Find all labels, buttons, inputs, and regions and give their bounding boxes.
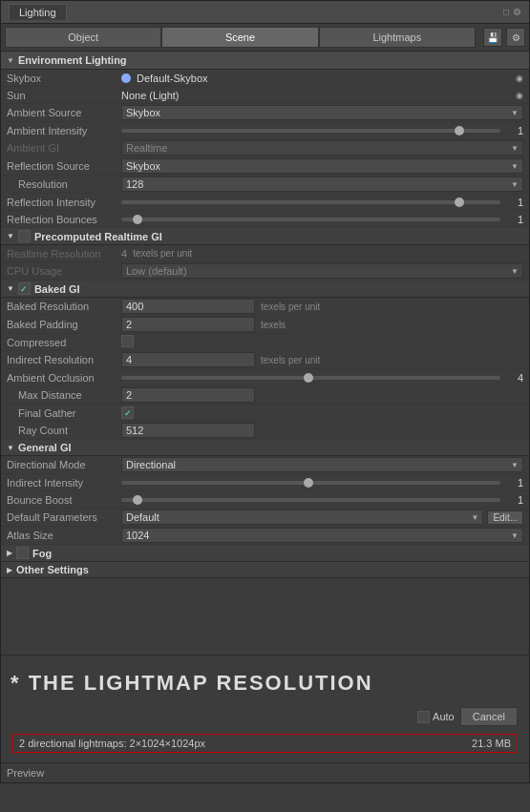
environment-section-header[interactable]: ▼ Environment Lighting bbox=[1, 52, 529, 70]
save-icon[interactable]: 💾 bbox=[483, 28, 502, 47]
auto-checkbox[interactable] bbox=[417, 711, 430, 723]
reflection-source-dropdown-arrow-icon: ▼ bbox=[511, 162, 519, 171]
ambient-occlusion-slider[interactable] bbox=[121, 376, 500, 380]
baked-arrow-icon: ▼ bbox=[7, 284, 14, 293]
bounce-boost-thumb[interactable] bbox=[133, 495, 142, 505]
indirect-intensity-thumb[interactable] bbox=[304, 478, 313, 488]
reflection-bounces-thumb[interactable] bbox=[133, 215, 142, 224]
atlas-size-dropdown[interactable]: 1024 ▼ bbox=[121, 528, 523, 543]
precomputed-section-header[interactable]: ▼ Precomputed Realtime GI bbox=[1, 228, 529, 245]
reflection-bounces-slider[interactable] bbox=[121, 218, 500, 221]
max-distance-input[interactable] bbox=[121, 387, 255, 403]
realtime-resolution-row: Realtime Resolution 4 texels per unit bbox=[1, 245, 529, 262]
ambient-gi-label: Ambient GI bbox=[7, 142, 121, 154]
cancel-button[interactable]: Cancel bbox=[460, 707, 518, 726]
directional-mode-row: Directional Mode Directional ▼ bbox=[1, 456, 529, 474]
ray-count-label: Ray Count bbox=[7, 425, 121, 436]
ambient-source-value: Skybox bbox=[126, 107, 160, 118]
skybox-dropdown-arrow[interactable]: ◉ bbox=[516, 73, 523, 83]
ambient-occlusion-label: Ambient Occlusion bbox=[7, 372, 121, 384]
baked-resolution-input[interactable] bbox=[121, 299, 255, 314]
default-parameters-dropdown[interactable]: Default ▼ bbox=[121, 510, 483, 525]
baked-checkbox[interactable] bbox=[18, 282, 31, 295]
cpu-usage-dropdown[interactable]: Low (default) ▼ bbox=[121, 263, 523, 279]
general-gi-section-header[interactable]: ▼ General GI bbox=[1, 440, 529, 456]
ray-count-input[interactable] bbox=[121, 423, 255, 438]
compressed-label: Compressed bbox=[7, 337, 121, 348]
sun-dropdown-arrow[interactable]: ◉ bbox=[516, 91, 523, 100]
indirect-resolution-unit: texels per unit bbox=[261, 355, 320, 365]
reflection-source-label: Reflection Source bbox=[7, 160, 121, 172]
reflection-intensity-thumb[interactable] bbox=[455, 198, 464, 207]
compressed-checkbox[interactable] bbox=[121, 335, 134, 347]
restore-icon[interactable]: □ bbox=[503, 7, 509, 17]
content-area: ▼ Environment Lighting Skybox Default-Sk… bbox=[1, 52, 529, 782]
tab-lightmaps[interactable]: Lightmaps bbox=[319, 27, 476, 48]
ambient-intensity-value: 1 bbox=[504, 125, 523, 136]
reflection-source-dropdown[interactable]: Skybox ▼ bbox=[121, 158, 523, 174]
cpu-usage-row: CPU Usage Low (default) ▼ bbox=[1, 262, 529, 281]
atlas-size-row: Atlas Size 1024 ▼ bbox=[1, 527, 529, 545]
ambient-occlusion-row: Ambient Occlusion 4 bbox=[1, 369, 529, 386]
bottom-section: * THE LIGHTMAP RESOLUTION Auto Cancel 2 … bbox=[1, 655, 529, 762]
final-gather-checkbox[interactable] bbox=[121, 406, 134, 419]
preview-text: Preview bbox=[7, 767, 44, 779]
info-bar: 2 directional lightmaps: 2×1024×1024px 2… bbox=[12, 734, 518, 753]
compressed-row: Compressed bbox=[1, 334, 529, 351]
indirect-intensity-row: Indirect Intensity 1 bbox=[1, 474, 529, 491]
baked-section-title: Baked GI bbox=[34, 283, 80, 295]
ambient-gi-value: Realtime bbox=[126, 142, 167, 154]
indirect-resolution-input[interactable] bbox=[121, 352, 255, 367]
ambient-gi-dropdown-arrow-icon: ▼ bbox=[511, 144, 519, 153]
resolution-row: Resolution 128 ▼ bbox=[1, 176, 529, 194]
fog-section-header[interactable]: ▶ Fog bbox=[1, 545, 529, 562]
settings-icon[interactable]: ⚙ bbox=[513, 7, 521, 17]
fog-checkbox[interactable] bbox=[16, 547, 29, 559]
ambient-gi-row: Ambient GI Realtime ▼ bbox=[1, 139, 529, 157]
directional-mode-dropdown-arrow-icon: ▼ bbox=[511, 461, 519, 469]
max-distance-row: Max Distance bbox=[1, 386, 529, 405]
precomputed-checkbox[interactable] bbox=[18, 230, 31, 242]
cpu-usage-dropdown-arrow-icon: ▼ bbox=[511, 267, 519, 276]
baked-resolution-unit: texels per unit bbox=[261, 302, 320, 312]
baked-padding-label: Baked Padding bbox=[7, 319, 121, 330]
resolution-label: Resolution bbox=[7, 178, 121, 190]
ambient-intensity-slider[interactable] bbox=[121, 129, 500, 133]
edit-button[interactable]: Edit... bbox=[487, 510, 523, 525]
indirect-resolution-row: Indirect Resolution texels per unit bbox=[1, 351, 529, 369]
ambient-source-row: Ambient Source Skybox ▼ bbox=[1, 104, 529, 122]
settings-gear-icon[interactable]: ⚙ bbox=[506, 28, 525, 47]
baked-padding-input[interactable] bbox=[121, 317, 255, 332]
bounce-boost-label: Bounce Boost bbox=[7, 494, 121, 506]
max-distance-label: Max Distance bbox=[7, 389, 121, 401]
lighting-window: Lighting □ ⚙ Object Scene Lightmaps 💾 ⚙ … bbox=[0, 0, 530, 783]
directional-mode-dropdown[interactable]: Directional ▼ bbox=[121, 457, 523, 472]
other-settings-section-header[interactable]: ▶ Other Settings bbox=[1, 562, 529, 578]
other-settings-arrow-icon: ▶ bbox=[7, 566, 12, 574]
directional-mode-value: Directional bbox=[126, 459, 176, 470]
auto-text: Auto bbox=[433, 711, 455, 722]
precomputed-section-title: Precomputed Realtime GI bbox=[34, 231, 162, 242]
tab-object[interactable]: Object bbox=[5, 27, 161, 48]
reflection-intensity-slider[interactable] bbox=[121, 200, 500, 204]
indirect-intensity-slider[interactable] bbox=[121, 481, 500, 485]
ambient-intensity-thumb[interactable] bbox=[455, 126, 464, 135]
tab-scene[interactable]: Scene bbox=[161, 27, 318, 48]
precomputed-arrow-icon: ▼ bbox=[7, 232, 14, 240]
sun-row: Sun None (Light) ◉ bbox=[1, 87, 529, 104]
ambient-source-dropdown[interactable]: Skybox ▼ bbox=[121, 105, 523, 120]
ambient-gi-dropdown[interactable]: Realtime ▼ bbox=[121, 140, 523, 156]
directional-mode-label: Directional Mode bbox=[7, 459, 121, 470]
ambient-occlusion-value: 4 bbox=[504, 372, 523, 384]
resolution-dropdown[interactable]: 128 ▼ bbox=[121, 177, 523, 192]
window-title-tab[interactable]: Lighting bbox=[9, 4, 67, 20]
atlas-size-dropdown-arrow-icon: ▼ bbox=[511, 531, 519, 540]
bounce-boost-slider[interactable] bbox=[121, 498, 500, 502]
baked-section-header[interactable]: ▼ Baked GI bbox=[1, 281, 529, 298]
skybox-dot-icon bbox=[121, 73, 131, 83]
ambient-occlusion-thumb[interactable] bbox=[304, 373, 313, 383]
skybox-row: Skybox Default-Skybox ◉ bbox=[1, 70, 529, 87]
final-gather-row: Final Gather bbox=[1, 405, 529, 422]
reflection-bounces-value: 1 bbox=[504, 214, 523, 225]
ambient-source-label: Ambient Source bbox=[7, 107, 121, 118]
